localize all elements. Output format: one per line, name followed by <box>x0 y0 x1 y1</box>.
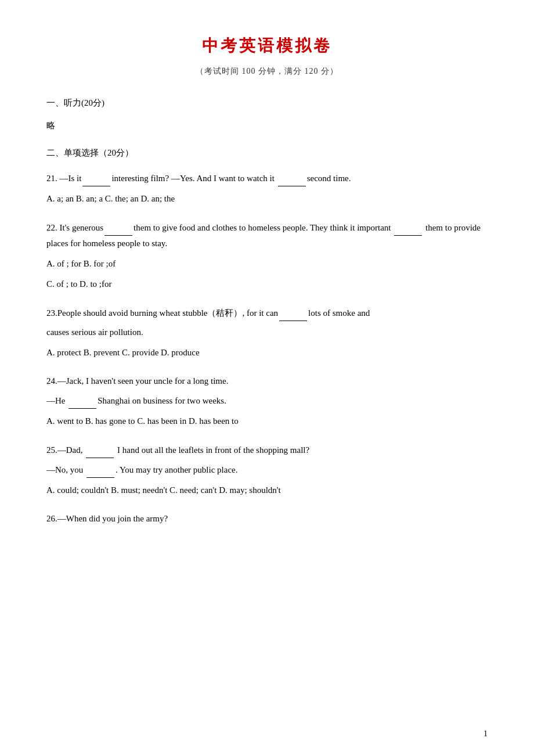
q25-options: A. could; couldn't B. must; needn't C. n… <box>46 483 488 498</box>
q21-text: 21. —Is it interesting film? —Yes. And I… <box>46 170 488 186</box>
question-21: 21. —Is it interesting film? —Yes. And I… <box>46 170 488 207</box>
q21-blank2 <box>278 170 306 186</box>
section1-content: 略 <box>46 120 488 131</box>
q22-options-a: A. of ; for B. for ;of <box>46 256 488 272</box>
q23-text2: causes serious air pollution. <box>46 325 488 340</box>
q23-text: 23.People should avoid burning wheat stu… <box>46 305 488 321</box>
q24-text1: 24.—Jack, I haven't seen your uncle for … <box>46 373 488 389</box>
q22-blank2 <box>394 219 422 236</box>
q24-text2: —He Shanghai on business for two weeks. <box>46 393 488 409</box>
q23-blank1 <box>279 305 307 321</box>
q21-blank1 <box>82 170 110 186</box>
q24-options: A. went to B. has gone to C. has been in… <box>46 413 488 429</box>
question-23: 23.People should avoid burning wheat stu… <box>46 305 488 361</box>
q25-text2: —No, you . You may try another public pl… <box>46 462 488 478</box>
page-title: 中考英语模拟卷 <box>46 35 488 57</box>
q23-options: A. protect B. prevent C. provide D. prod… <box>46 345 488 361</box>
q25-blank2 <box>86 462 114 478</box>
q22-blank1 <box>104 219 132 236</box>
q26-text1: 26.—When did you join the army? <box>46 511 488 527</box>
q24-blank1 <box>68 393 96 409</box>
question-24: 24.—Jack, I haven't seen your uncle for … <box>46 373 488 429</box>
page-number: 1 <box>484 729 488 739</box>
question-22: 22. It's generous them to give food and … <box>46 219 488 292</box>
q21-options: A. a; an B. an; a C. the; an D. an; the <box>46 191 488 207</box>
q22-options-b: C. of ; to D. to ;for <box>46 276 488 292</box>
section2-title: 二、单项选择（20分） <box>46 147 488 159</box>
question-25: 25.—Dad, I hand out all the leaflets in … <box>46 442 488 498</box>
q25-text1: 25.—Dad, I hand out all the leaflets in … <box>46 442 488 458</box>
section1-title: 一、听力(20分) <box>46 98 488 109</box>
q25-blank1 <box>86 442 114 458</box>
q22-text: 22. It's generous them to give food and … <box>46 219 488 251</box>
subtitle: （考试时间 100 分钟，满分 120 分） <box>46 66 488 77</box>
question-26: 26.—When did you join the army? <box>46 511 488 527</box>
